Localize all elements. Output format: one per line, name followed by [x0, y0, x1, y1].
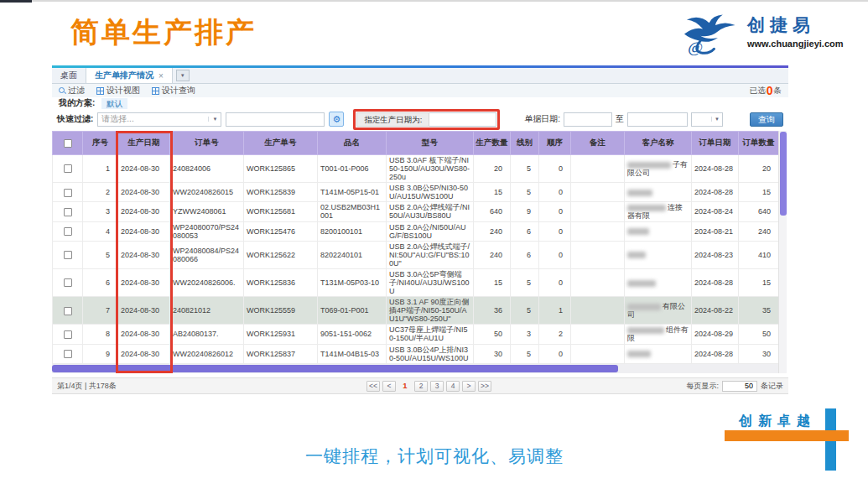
row-checkbox-cell[interactable]: [53, 221, 83, 241]
table-cell: 0: [539, 241, 571, 268]
row-checkbox-cell[interactable]: [53, 202, 83, 221]
table-row[interactable]: 92024-08-30WW20240826012WORK125837T141M-…: [53, 344, 779, 363]
customer-cell: [625, 268, 692, 296]
table-cell: USB 3.0B公4P上排/NI30-50U/AU15U/WS100U: [387, 344, 474, 363]
table-cell: 2024-08-30: [118, 183, 170, 202]
table-cell: 50: [739, 325, 779, 344]
page-info: 第1/4页 | 共178条: [57, 381, 117, 392]
customer-cell: [625, 221, 692, 241]
table-row[interactable]: 32024-08-30YZWW2408061WORK12568102.USB2M…: [53, 202, 779, 221]
design-view-button[interactable]: 设计视图: [96, 85, 140, 96]
table-row[interactable]: 12024-08-30240824006WORK125865T001-01-P0…: [53, 155, 779, 183]
filter-button[interactable]: 过滤: [59, 85, 85, 96]
row-checkbox-cell[interactable]: [53, 325, 83, 344]
tab-desktop[interactable]: 桌面: [52, 68, 86, 83]
table-cell: 0: [539, 183, 571, 202]
logo-url: www.chuangjieyi.com: [747, 39, 844, 49]
row-checkbox-cell[interactable]: [53, 241, 83, 268]
row-checkbox[interactable]: [64, 189, 72, 197]
table-cell: 0: [539, 155, 571, 183]
vertical-scrollbar[interactable]: [778, 131, 787, 373]
specify-date-input[interactable]: [429, 112, 496, 127]
page-button[interactable]: <: [382, 381, 396, 392]
table-cell: 15: [474, 183, 511, 202]
row-checkbox[interactable]: [64, 251, 72, 259]
page-button[interactable]: 2: [414, 381, 428, 392]
page-button[interactable]: >: [462, 381, 476, 392]
row-checkbox-cell[interactable]: [53, 268, 83, 296]
table-cell: 6: [83, 268, 118, 296]
tab-label: 生产单排产情况: [95, 70, 153, 81]
column-header: 备注: [571, 132, 625, 155]
row-checkbox[interactable]: [64, 350, 72, 358]
table-cell: WORK125476: [244, 221, 318, 241]
table-cell: 240: [474, 241, 511, 268]
horizontal-scrollbar-thumb[interactable]: [52, 365, 618, 372]
table-cell: WORK125836: [244, 268, 318, 296]
table-cell: 9: [83, 344, 118, 363]
plan-default-button[interactable]: 默认: [101, 98, 127, 109]
table-cell: 2024-08-28: [692, 344, 739, 363]
table-cell: 15: [739, 268, 779, 296]
per-page-input[interactable]: [722, 381, 757, 392]
doc-date-to-input[interactable]: [627, 112, 688, 127]
design-query-button[interactable]: 设计查询: [152, 85, 195, 96]
table-cell: USB 2.0A公焊线端子/NI50U/AU3U/BS80U: [387, 202, 474, 221]
column-header: 生产单号: [244, 132, 318, 155]
page-button[interactable]: >>: [478, 381, 491, 392]
row-checkbox-cell[interactable]: [53, 155, 83, 183]
row-checkbox[interactable]: [64, 278, 72, 287]
quick-filter-row: 快速过滤: 请选择... ▼ ⚙ 指定生产日期为: 单据日期: 至 ▼ 查询: [52, 109, 788, 129]
table-cell: 6: [511, 221, 539, 241]
table-row[interactable]: 62024-08-30WW20240826006.WORK125836T131M…: [53, 268, 779, 296]
tab-production-schedule[interactable]: 生产单排产情况 ×: [86, 68, 173, 83]
filter-settings-button[interactable]: ⚙: [329, 112, 344, 127]
filter-keyword-input[interactable]: [226, 112, 325, 127]
vertical-scrollbar-thumb[interactable]: [780, 132, 787, 216]
row-checkbox-cell[interactable]: [53, 344, 83, 363]
table-cell: USB 3.0AF 板下端子/NI50-150U/AU30U/WS80-250u: [387, 155, 474, 183]
table-cell: T141M-05P15-01: [318, 183, 387, 202]
redacted-customer-name: [627, 304, 661, 310]
doc-date-type-select[interactable]: ▼: [691, 112, 723, 127]
doc-date-from-input[interactable]: [564, 112, 612, 127]
plan-label: 我的方案:: [59, 97, 95, 109]
doc-date-to-label: 至: [616, 113, 624, 125]
query-button[interactable]: 查询: [750, 112, 783, 127]
table-row[interactable]: 42024-08-30WP24080070/PS24080053WORK1254…: [53, 221, 779, 241]
page-button-current[interactable]: 1: [398, 381, 412, 392]
row-checkbox[interactable]: [64, 330, 72, 339]
select-all-checkbox[interactable]: [64, 139, 72, 148]
gear-icon: ⚙: [332, 114, 340, 124]
window-top-edge: [0, 0, 868, 2]
filter-field-select[interactable]: 请选择... ▼: [97, 112, 221, 127]
table-cell: [571, 268, 625, 296]
column-header: 序号: [83, 132, 118, 155]
table-cell: 3: [511, 325, 539, 344]
horizontal-scrollbar[interactable]: [52, 364, 778, 373]
selected-suffix: 条: [774, 86, 782, 96]
select-all-header[interactable]: [53, 132, 83, 155]
column-header: 订单号: [170, 132, 244, 155]
row-checkbox[interactable]: [64, 208, 72, 216]
page-button[interactable]: <<: [366, 381, 380, 392]
table-row[interactable]: 22024-08-30WW20240826015WORK125839T141M-…: [53, 183, 779, 202]
tab-dropdown-button[interactable]: ▼: [176, 70, 190, 81]
table-row[interactable]: 82024-08-30AB24080137.WORK1259319051-151…: [53, 325, 779, 344]
table-cell: 2024-08-30: [118, 155, 170, 183]
row-checkbox-cell[interactable]: [53, 183, 83, 202]
customer-cell: [625, 183, 692, 202]
row-checkbox[interactable]: [64, 164, 72, 173]
row-checkbox[interactable]: [64, 227, 72, 236]
table-row[interactable]: 72024-08-30240821012WORK125559T069-01-P0…: [53, 297, 779, 325]
table-row[interactable]: 52024-08-30WP24080084/PS24080066WORK1256…: [53, 241, 779, 268]
row-checkbox-cell[interactable]: [53, 297, 83, 325]
page-button[interactable]: 3: [430, 381, 444, 392]
customer-cell: [625, 344, 692, 363]
close-icon[interactable]: ×: [159, 71, 164, 81]
table-cell: 1: [83, 155, 118, 183]
table-cell: 2024-08-28: [692, 183, 739, 202]
per-page-group: 每页显示: 条记录: [686, 381, 783, 392]
row-checkbox[interactable]: [64, 307, 72, 315]
page-button[interactable]: 4: [446, 381, 460, 392]
